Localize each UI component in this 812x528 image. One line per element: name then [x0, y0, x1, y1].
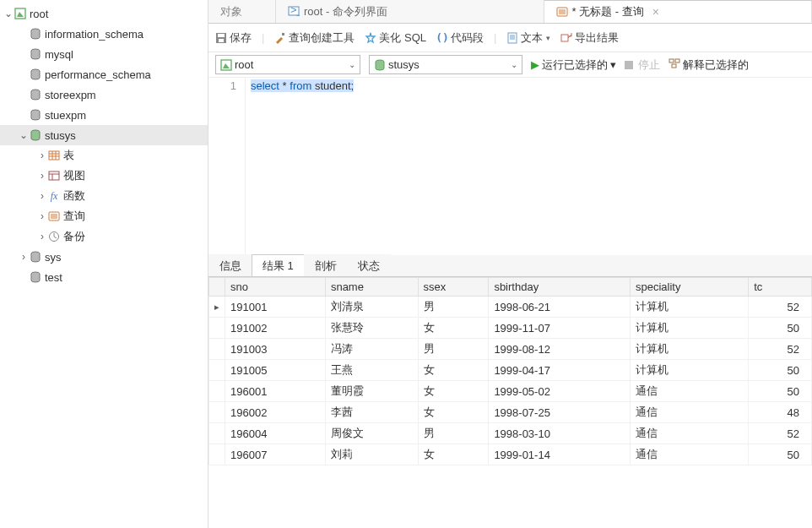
cell-speciality[interactable]: 计算机 — [631, 360, 749, 381]
builder-button[interactable]: 查询创建工具 — [274, 30, 355, 46]
table-row[interactable]: 191003冯涛男1999-08-12计算机52 — [209, 339, 812, 360]
cell-ssex[interactable]: 女 — [418, 402, 489, 423]
column-header-ssex[interactable]: ssex — [418, 278, 489, 297]
cell-ssex[interactable]: 男 — [418, 297, 489, 318]
sidebar-item-备份[interactable]: ›备份 — [0, 226, 208, 247]
sidebar-item-storeexpm[interactable]: storeexpm — [0, 84, 208, 105]
sidebar-item-函数[interactable]: ›fx函数 — [0, 186, 208, 206]
result-tab-profile[interactable]: 剖析 — [304, 254, 348, 276]
sql-editor[interactable]: 1 select * from student; — [208, 78, 812, 255]
cell-sno[interactable]: 196001 — [225, 381, 326, 402]
expander-icon[interactable]: › — [37, 231, 47, 242]
cell-tc[interactable]: 50 — [749, 360, 812, 381]
expander-icon[interactable]: › — [37, 170, 47, 182]
sidebar-item-查询[interactable]: ›查询 — [0, 206, 208, 226]
cell-sname[interactable]: 冯涛 — [325, 339, 418, 360]
explain-button[interactable]: 解释已选择的 — [669, 57, 749, 73]
cell-tc[interactable]: 52 — [749, 339, 812, 360]
cell-sname[interactable]: 董明霞 — [325, 381, 418, 402]
cell-tc[interactable]: 52 — [749, 297, 812, 318]
cell-ssex[interactable]: 男 — [418, 423, 489, 444]
text-button[interactable]: 文本 ▾ — [506, 30, 550, 46]
cell-speciality[interactable]: 通信 — [631, 444, 749, 465]
column-header-sname[interactable]: sname — [325, 278, 418, 297]
cell-sname[interactable]: 刘清泉 — [325, 297, 418, 318]
cell-sno[interactable]: 196002 — [225, 402, 326, 423]
result-tab-result[interactable]: 结果 1 — [252, 254, 305, 276]
tab-query[interactable]: * 无标题 - 查询 × — [544, 0, 813, 23]
cell-tc[interactable]: 48 — [749, 402, 812, 423]
cell-sbirthday[interactable]: 1999-11-07 — [489, 318, 631, 339]
sidebar-item-表[interactable]: ›表 — [0, 145, 208, 166]
cell-ssex[interactable]: 女 — [418, 381, 489, 402]
save-button[interactable]: 保存 — [215, 30, 252, 46]
table-row[interactable]: 191002张慧玲女1999-11-07计算机50 — [209, 318, 812, 339]
cell-sname[interactable]: 周俊文 — [325, 423, 418, 444]
table-row[interactable]: 196002李茜女1998-07-25通信48 — [209, 402, 812, 423]
cell-speciality[interactable]: 计算机 — [631, 297, 749, 318]
column-header-speciality[interactable]: speciality — [631, 278, 749, 297]
cell-sno[interactable]: 196007 — [225, 444, 326, 465]
sidebar-item-performance_schema[interactable]: performance_schema — [0, 64, 208, 84]
column-header-tc[interactable]: tc — [749, 278, 812, 297]
database-selector[interactable]: stusys ⌄ — [369, 55, 522, 74]
table-row[interactable]: 196001董明霞女1999-05-02通信50 — [209, 381, 812, 402]
cell-sno[interactable]: 191002 — [225, 318, 326, 339]
sidebar-item-information_schema[interactable]: information_schema — [0, 24, 208, 44]
run-button[interactable]: ▶ 运行已选择的 ▾ — [531, 57, 616, 73]
connection-selector[interactable]: root ⌄ — [215, 55, 360, 74]
sidebar-item-视图[interactable]: ›视图 — [0, 166, 208, 186]
expander-icon[interactable]: › — [19, 251, 29, 263]
sidebar-item-test[interactable]: test — [0, 267, 208, 287]
cell-speciality[interactable]: 通信 — [631, 423, 749, 444]
table-row[interactable]: 196004周俊文男1998-03-10通信52 — [209, 423, 812, 444]
code-area[interactable]: select * from student; — [246, 78, 359, 255]
sidebar-item-stusys[interactable]: ⌄stusys — [0, 125, 208, 145]
cell-speciality[interactable]: 通信 — [631, 381, 749, 402]
cell-speciality[interactable]: 通信 — [631, 402, 749, 423]
beautify-button[interactable]: 美化 SQL — [365, 30, 426, 46]
cell-sbirthday[interactable]: 1998-07-25 — [489, 402, 631, 423]
cell-ssex[interactable]: 女 — [418, 360, 489, 381]
result-tab-info[interactable]: 信息 — [208, 254, 252, 276]
result-tab-status[interactable]: 状态 — [347, 254, 391, 276]
snippet-button[interactable]: () 代码段 — [436, 30, 484, 46]
cell-tc[interactable]: 50 — [749, 318, 812, 339]
sidebar-item-mysql[interactable]: mysql — [0, 44, 208, 64]
cell-sbirthday[interactable]: 1998-03-10 — [489, 423, 631, 444]
cell-sname[interactable]: 李茜 — [325, 402, 418, 423]
table-row[interactable]: ▸191001刘清泉男1998-06-21计算机52 — [209, 297, 812, 318]
cell-ssex[interactable]: 女 — [418, 318, 489, 339]
expander-icon[interactable]: › — [37, 210, 47, 222]
column-header-sbirthday[interactable]: sbirthday — [489, 278, 631, 297]
tab-objects[interactable]: 对象 — [208, 0, 276, 23]
cell-sname[interactable]: 王燕 — [325, 360, 418, 381]
cell-sbirthday[interactable]: 1999-05-02 — [489, 381, 631, 402]
expander-icon[interactable]: ⌄ — [3, 8, 14, 19]
close-icon[interactable]: × — [652, 5, 659, 19]
cell-sbirthday[interactable]: 1998-06-21 — [489, 297, 631, 318]
cell-sbirthday[interactable]: 1999-01-14 — [489, 444, 631, 465]
cell-sname[interactable]: 刘莉 — [325, 444, 418, 465]
cell-tc[interactable]: 50 — [749, 444, 812, 465]
expander-icon[interactable]: › — [37, 190, 47, 202]
sidebar-tree[interactable]: ⌄ root information_schemamysqlperformanc… — [0, 0, 208, 528]
cell-sno[interactable]: 191003 — [225, 339, 326, 360]
cell-sbirthday[interactable]: 1999-08-12 — [489, 339, 631, 360]
expander-icon[interactable]: ⌄ — [19, 129, 29, 141]
table-row[interactable]: 196007刘莉女1999-01-14通信50 — [209, 444, 812, 465]
sidebar-item-stuexpm[interactable]: stuexpm — [0, 105, 208, 125]
cell-sno[interactable]: 191001 — [225, 297, 326, 318]
cell-ssex[interactable]: 男 — [418, 339, 489, 360]
cell-sno[interactable]: 196004 — [225, 423, 326, 444]
expander-icon[interactable]: › — [37, 150, 47, 161]
cell-tc[interactable]: 52 — [749, 423, 812, 444]
cell-sno[interactable]: 191005 — [225, 360, 326, 381]
export-button[interactable]: 导出结果 — [560, 30, 619, 46]
table-row[interactable]: 191005王燕女1999-04-17计算机50 — [209, 360, 812, 381]
result-table-wrap[interactable]: snosnamessexsbirthdayspecialitytc ▸19100… — [208, 277, 812, 528]
sidebar-item-sys[interactable]: ›sys — [0, 247, 208, 267]
cell-speciality[interactable]: 计算机 — [631, 339, 749, 360]
tree-root[interactable]: ⌄ root — [0, 3, 208, 24]
cell-sbirthday[interactable]: 1999-04-17 — [489, 360, 631, 381]
